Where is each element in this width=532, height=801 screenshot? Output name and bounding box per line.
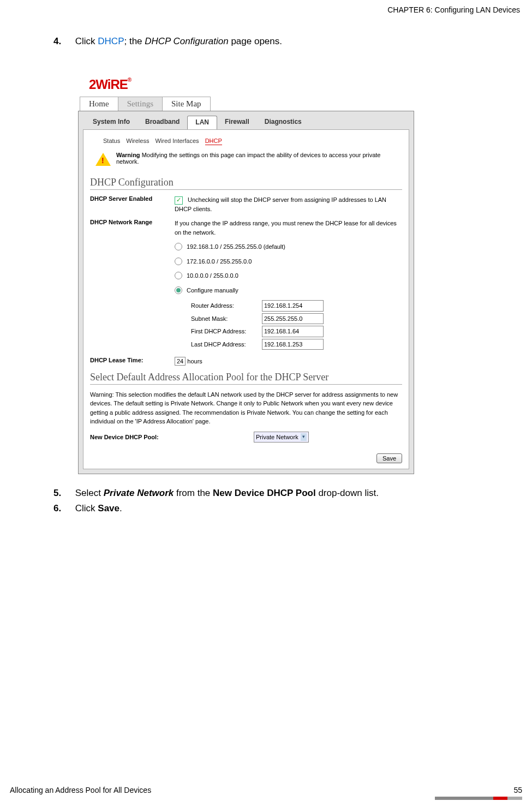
page-number: 55 [513, 786, 522, 794]
footer-section-title: Allocating an Address Pool for All Devic… [10, 786, 151, 794]
tab-home[interactable]: Home [80, 97, 118, 111]
label-lease-unit: hours [187, 358, 202, 364]
tab-settings[interactable]: Settings [118, 97, 163, 111]
label-first-dhcp: First DHCP Address: [191, 327, 262, 336]
warning-text: Warning Modifying the settings on this p… [116, 152, 402, 165]
step-text-bold-italic: Private Network [104, 488, 174, 498]
warning-icon [95, 153, 111, 166]
radio-label: 10.0.0.0 / 255.0.0.0 [187, 271, 238, 280]
radio-range-default[interactable] [175, 243, 182, 250]
label-dhcp-pool: New Device DHCP Pool: [90, 434, 254, 440]
desc-dhcp-enabled: Unchecking will stop the DHCP server fro… [175, 196, 386, 212]
label-subnet-mask: Subnet Mask: [191, 314, 262, 324]
label-network-range: DHCP Network Range [90, 219, 175, 225]
step-5: 5. Select Private Network from the New D… [53, 488, 522, 499]
subsub-status[interactable]: Status [103, 138, 120, 144]
step-text-bold: New Device DHCP Pool [213, 488, 316, 498]
step-number: 6. [53, 503, 73, 514]
input-router-address[interactable]: 192.168.1.254 [262, 300, 324, 312]
desc-network-range: If you change the IP address range, you … [175, 219, 402, 237]
subtab-broadband[interactable]: Broadband [138, 116, 187, 129]
input-first-dhcp[interactable]: 192.168.1.64 [262, 326, 324, 337]
subsub-dhcp[interactable]: DHCP [205, 138, 222, 145]
input-lease-time[interactable]: 24 [175, 357, 186, 366]
subtab-lan[interactable]: LAN [187, 116, 217, 129]
radio-range-manual[interactable] [175, 286, 182, 294]
label-router-address: Router Address: [191, 301, 262, 310]
label-lease-time: DHCP Lease Time: [90, 357, 175, 363]
screenshot-figure: 2WiRE® Home Settings Site Map System Inf… [78, 63, 414, 474]
step-text-bold: Save [98, 503, 119, 513]
step-text: drop-down list. [316, 488, 379, 498]
chapter-header: CHAPTER 6: Configuring LAN Devices [10, 5, 522, 14]
label-last-dhcp: Last DHCP Address: [191, 340, 262, 349]
step-4: 4. Click DHCP; the DHCP Configuration pa… [53, 36, 522, 47]
input-last-dhcp[interactable]: 192.168.1.253 [262, 339, 324, 350]
step-text: Click [75, 36, 98, 46]
step-text: Select [75, 488, 104, 498]
select-value: Private Network [256, 433, 298, 442]
step-text: page opens. [229, 36, 282, 46]
dhcp-link-text: DHCP [98, 36, 124, 46]
pool-warning-text: Warning: This selection modifies the def… [90, 390, 402, 426]
step-text: . [119, 503, 122, 513]
save-button[interactable]: Save [376, 453, 402, 463]
subtab-system-info[interactable]: System Info [85, 116, 138, 129]
section-dhcp-config: DHCP Configuration [90, 177, 402, 190]
step-number: 4. [53, 36, 73, 47]
step-text: ; the [124, 36, 145, 46]
checkbox-dhcp-enabled[interactable]: ✓ [175, 196, 183, 205]
tab-sitemap[interactable]: Site Map [162, 97, 211, 111]
radio-label: 192.168.1.0 / 255.255.255.0 (default) [187, 242, 285, 252]
step-text-italic: DHCP Configuration [145, 36, 228, 46]
radio-range-172[interactable] [175, 258, 182, 265]
radio-label: Configure manually [187, 286, 238, 295]
select-dhcp-pool[interactable]: Private Network ▾ [254, 432, 309, 443]
step-text: Click [75, 503, 98, 513]
subtab-firewall[interactable]: Firewall [217, 116, 257, 129]
subsub-wired[interactable]: Wired Interfaces [155, 138, 199, 144]
subtab-diagnostics[interactable]: Diagnostics [257, 116, 309, 129]
subsub-wireless[interactable]: Wireless [126, 138, 149, 144]
input-subnet-mask[interactable]: 255.255.255.0 [262, 313, 324, 325]
step-6: 6. Click Save. [53, 503, 522, 514]
section-allocation-pool: Select Default Address Allocation Pool f… [90, 372, 402, 385]
radio-label: 172.16.0.0 / 255.255.0.0 [187, 257, 252, 266]
brand-logo: 2WiRE® [89, 77, 131, 92]
chevron-down-icon: ▾ [301, 433, 307, 441]
step-text: from the [174, 488, 213, 498]
label-dhcp-enabled: DHCP Server Enabled [90, 195, 175, 202]
footer-decoration [435, 797, 522, 800]
radio-range-10[interactable] [175, 272, 182, 279]
step-number: 5. [53, 488, 73, 499]
